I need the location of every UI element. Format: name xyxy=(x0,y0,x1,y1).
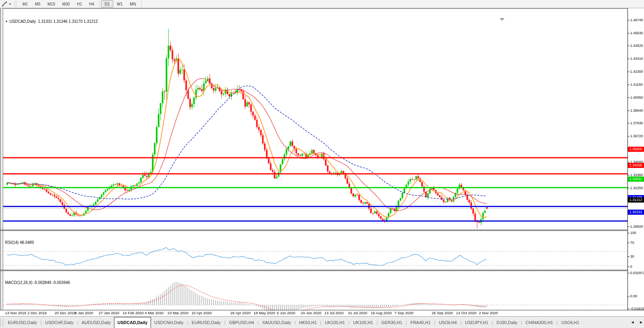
level-price-badge: 1.33011 xyxy=(628,177,644,182)
chart-menu-caret-icon[interactable]: ▼ xyxy=(5,20,8,23)
mt4-application: ▼ M1M5M15M30H1H4D1W1MN ▼USDCAD,Daily 1.3… xyxy=(0,0,644,328)
tab-scroll-right-icon[interactable]: ▶ xyxy=(640,321,642,324)
date-axis-label: 14 Oct 2020 xyxy=(456,311,477,315)
timeframe-button-m1[interactable]: M1 xyxy=(19,0,31,7)
price-axis-tick: 1.46740 xyxy=(628,18,643,22)
date-axis-label: 13 Nov 2019 xyxy=(5,311,26,315)
timeframe-button-m15[interactable]: M15 xyxy=(44,0,59,7)
level-price-badge: 1.30152 xyxy=(628,210,644,215)
price-axis-tick: 1.37830 xyxy=(628,121,643,125)
rsi-label: RSI(14) 48.0489 xyxy=(5,240,34,245)
price-axis-tick: 1.45630 xyxy=(628,31,643,35)
macd-axis-tick: 0.00 xyxy=(628,294,637,299)
chart-title: ▼USDCAD,Daily 1.31331 1.31346 1.31170 1.… xyxy=(5,19,98,24)
chart-tab-eurusd-daily[interactable]: EURUSD,Daily xyxy=(189,319,224,328)
chart-tab-uk100-h1[interactable]: UK100,H1 xyxy=(322,319,348,328)
chart-ohlc-values: 1.31331 1.31346 1.31170 1.31212 xyxy=(38,19,98,24)
price-axis-tick: 1.43410 xyxy=(628,57,643,61)
time-axis-line xyxy=(0,310,644,310)
date-axis-label: 14 Feb 2020 xyxy=(123,311,144,315)
price-axis-tick: 1.38940 xyxy=(628,109,643,113)
current-price-badge: 1.31212 xyxy=(628,197,644,203)
chart-tab-ger30-h1[interactable]: GER30,H1 xyxy=(378,319,405,328)
chart-tab-usdchf-daily[interactable]: USDCHF,Daily xyxy=(42,319,77,328)
date-axis-label: 4 Mar 2020 xyxy=(145,311,164,315)
date-axis-label: 2 Nov 2020 xyxy=(479,311,498,315)
chart-symbol-label: USDCAD,Daily xyxy=(9,19,36,24)
date-axis-label: 10 Apr 2020 xyxy=(191,311,212,315)
panel-separator[interactable] xyxy=(0,270,644,271)
time-axis: 13 Nov 20192 Dec 201920 Dec 20198 Jan 20… xyxy=(3,311,627,316)
chart-tab-gbpusd-h4[interactable]: GBPUSD,H4 xyxy=(226,319,257,328)
chart-tab-usdjpy-h1[interactable]: USDJPY,H1 xyxy=(462,319,491,328)
chart-shift-marker-icon[interactable] xyxy=(500,18,504,21)
drawing-tool-button[interactable]: ▼ xyxy=(0,0,13,8)
level-price-badge: 1.35606 xyxy=(628,147,644,152)
date-axis-label: 8 Jan 2020 xyxy=(75,311,93,315)
macd-label: MACD(12,26,9) -0.002849 -0.003946 xyxy=(5,280,70,285)
chart-tab-usoil-h1[interactable]: USOil,H1 xyxy=(558,319,582,328)
chart-tab-fra40-h1[interactable]: FRA40,H1 xyxy=(407,319,434,328)
timeframe-button-m5[interactable]: M5 xyxy=(31,0,44,7)
trendline-tool-icon xyxy=(2,1,8,7)
tab-scroll-left-icon[interactable]: ◀ xyxy=(631,321,634,324)
chart-tab-china300-h1[interactable]: CHINA300,H1 xyxy=(523,319,556,328)
price-axis-tick: 1.28920 xyxy=(628,225,643,229)
chart-tab-usdcad-daily[interactable]: USDCAD,Daily xyxy=(114,317,151,328)
chart-tab-hk50-h1[interactable]: HK50,H1 xyxy=(296,319,320,328)
tabbar-grip xyxy=(0,319,3,327)
date-axis-label: 7 Sep 2020 xyxy=(394,311,414,315)
chart-tab-dj30-daily[interactable]: DJ30,Daily xyxy=(493,319,521,328)
date-axis-label: 23 Mar 2020 xyxy=(167,311,188,315)
price-axis-tick: 1.36720 xyxy=(628,134,643,138)
rsi-axis-tick: 70 xyxy=(628,241,634,245)
macd-axis-tick: 0.032972 xyxy=(628,271,644,275)
chevron-down-icon: ▼ xyxy=(9,3,11,6)
date-axis-label: 18 May 2020 xyxy=(254,311,275,315)
chart-tab-uk100-h1[interactable]: UK100,H1 xyxy=(350,319,376,328)
window-left-border xyxy=(0,8,3,310)
price-axis-tick: 1.44520 xyxy=(628,44,643,48)
date-axis-label: 27 Jan 2020 xyxy=(99,311,119,315)
timeframe-button-m30[interactable]: M30 xyxy=(59,0,73,7)
right-axis: 1.467401.456301.445201.434101.423001.411… xyxy=(627,8,644,310)
chart-tab-usdcnh-daily[interactable]: USDCNH,Daily xyxy=(151,319,187,328)
timeframe-button-h1[interactable]: H1 xyxy=(74,0,86,7)
date-axis-label: 24 Jun 2020 xyxy=(301,311,321,315)
timeframe-button-d1[interactable]: D1 xyxy=(101,0,113,7)
tab-scroll-arrows: ◀▶ xyxy=(631,321,642,324)
level-price-badge: 1.34206 xyxy=(628,163,644,168)
toolbar-separator xyxy=(99,1,99,7)
main-price-chart-canvas[interactable] xyxy=(3,17,627,238)
date-axis-label: 2 Dec 2019 xyxy=(28,311,47,315)
date-axis-label: 25 Sep 2020 xyxy=(432,311,453,315)
toolbar-separator xyxy=(141,1,142,7)
price-axis-tick: 1.42300 xyxy=(628,70,643,74)
chart-tab-eurusd-daily[interactable]: EURUSD,Daily xyxy=(5,319,40,328)
toolbar-grip xyxy=(15,1,17,7)
panel-separator[interactable] xyxy=(0,230,644,231)
macd-axis-tick: -0.01815 xyxy=(628,307,644,311)
timeframe-button-group: M1M5M15M30H1H4D1W1MN xyxy=(19,0,143,7)
timeframe-button-w1[interactable]: W1 xyxy=(113,0,126,7)
top-toolbar: ▼ M1M5M15M30H1H4D1W1MN xyxy=(0,0,644,8)
chart-tab-bar: EURUSD,Daily|USDCHF,Daily|AUDUSD,DailyUS… xyxy=(0,316,644,328)
rsi-axis-tick: 0 xyxy=(628,265,632,269)
chart-tab-usoil-h4[interactable]: USOil,H4 xyxy=(436,319,460,328)
rsi-axis-tick: 100 xyxy=(628,231,636,235)
price-axis-tick: 1.41160 xyxy=(628,83,643,87)
date-axis-label: 29 Apr 2020 xyxy=(230,311,250,315)
date-axis-label: 19 Aug 2020 xyxy=(371,311,392,315)
date-axis-label: 20 Dec 2019 xyxy=(55,311,76,315)
chart-tab-audusd-daily[interactable]: AUDUSD,Daily xyxy=(79,319,114,328)
timeframe-button-mn[interactable]: MN xyxy=(126,0,140,7)
price-axis-tick: 1.32250 xyxy=(628,186,643,190)
rsi-axis-tick: 30 xyxy=(628,254,634,259)
date-axis-label: 31 Jul 2020 xyxy=(348,311,367,315)
timeframe-button-h4[interactable]: H4 xyxy=(85,0,98,7)
date-axis-label: 5 Jun 2020 xyxy=(277,311,295,315)
chart-tab-xauusd-daily[interactable]: XAUUSD,Daily xyxy=(259,319,294,328)
rsi-indicator-canvas[interactable] xyxy=(3,240,627,278)
date-axis-label: 13 Jul 2020 xyxy=(324,311,344,315)
price-axis-tick: 1.40050 xyxy=(628,96,643,100)
